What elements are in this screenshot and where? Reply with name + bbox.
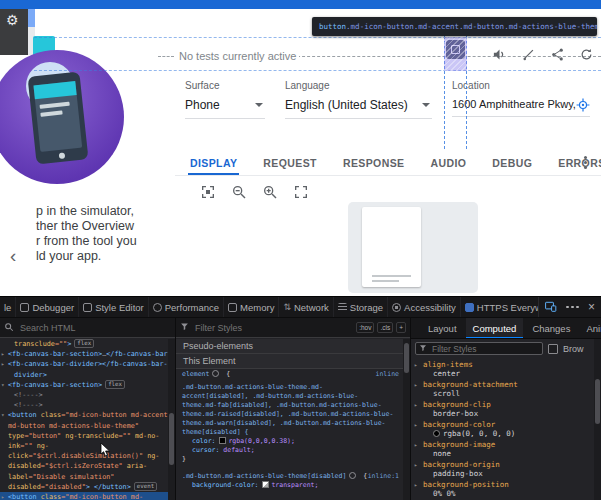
devtools-tab-debugger[interactable]: Debugger [16,297,79,317]
property-name[interactable]: cursor: [192,446,223,454]
sidebar-tab-layout[interactable]: Layout [421,318,464,338]
computed-property[interactable]: ▸background-colorrgba(0, 0, 0, 0) [411,420,594,440]
property-value[interactable]: transparent; [271,481,318,489]
expander-icon[interactable]: ▸ [1,492,5,500]
expander-icon[interactable]: ▾ [1,380,5,390]
devtools-tab-style-editor[interactable]: Style Editor [79,297,149,317]
volume-icon[interactable] [492,47,507,62]
selector[interactable]: accent[disabled], .md-button.md-actions-… [182,392,358,400]
markup-line[interactable]: disabled="disabled"> </button>event [0,482,168,492]
rule-source-link[interactable]: inline:1 [368,472,399,481]
badge-flex[interactable]: flex [74,339,94,348]
rules-toolbar--hov-button[interactable]: :hov [356,322,374,333]
expander-icon[interactable]: ▸ [414,421,418,430]
color-swatch[interactable] [433,430,440,437]
markup-line[interactable]: disabled="$ctrl.isZeroState" aria- [0,461,168,471]
selector[interactable]: theme.md-fab[disabled], .md-button.md-ac… [182,401,382,409]
markup-line[interactable]: transclude="">flex [0,339,168,349]
markup-line[interactable]: ▸<button class="md-icon-button md- [0,492,168,500]
markup-scrollbar-thumb[interactable] [169,413,174,465]
devtools-close-icon[interactable]: × [588,301,595,313]
computed-property[interactable]: ▸background-imagenone [411,440,594,460]
gear-icon[interactable]: ⚙ [6,12,19,28]
devtools-tab-accessibility[interactable]: Accessibility [388,297,461,317]
expander-icon[interactable]: ▸ [414,461,418,470]
property-value[interactable]: rgba(0,0,0,0.38); [228,437,295,445]
expander-icon[interactable]: ▸ [414,401,418,410]
fullscreen-icon[interactable] [293,184,309,204]
expander-icon[interactable]: ▸ [414,361,418,370]
back-chevron-icon[interactable]: ‹ [10,245,16,267]
markup-line[interactable]: label="Disable simulation" [0,472,168,482]
computed-scrollbar[interactable] [594,339,601,500]
responsive-design-mode-icon[interactable] [545,301,557,314]
selector[interactable]: theme.md-warn[disabled], .md-button.md-a… [182,419,386,427]
rules-toolbar---button[interactable]: + [396,322,406,333]
computed-property[interactable]: ▸background-clipborder-box [411,400,594,420]
rail-scrollbar-thumb[interactable] [28,9,35,27]
markup-scrollbar[interactable] [168,339,175,500]
sidebar-tab-changes[interactable]: Changes [525,318,577,338]
crop-free-icon[interactable] [200,184,216,204]
rule-source-link[interactable]: inline [376,370,399,379]
computed-filter-input[interactable] [430,343,539,355]
my-location-icon[interactable] [576,98,590,114]
sidebar-tab-computed[interactable]: Computed [466,318,524,338]
selector[interactable]: .md-button.md-actions-blue-theme[disable… [182,472,346,480]
surface-select[interactable]: Phone [185,98,265,119]
devtools-menu-icon[interactable] [571,306,574,309]
selector[interactable]: element [182,370,209,378]
markup-line[interactable]: ▸<fb-canvas-bar-divider></fb-canvas-bar- [0,359,168,369]
property-name[interactable]: color: [192,437,219,445]
location-input[interactable]: 1600 Amphitheatre Pkwy, [452,98,590,117]
highlight-target-icon[interactable] [349,472,356,479]
expander-icon[interactable]: ▸ [1,359,5,369]
tab-response[interactable]: RESPONSE [341,150,407,175]
zoom-in-icon[interactable] [262,184,278,204]
rules-toolbar--cls-button[interactable]: .cls [377,322,393,333]
markup-line[interactable]: <!----> [0,390,168,400]
computed-property[interactable]: ▸background-attachmentscroll [411,380,594,400]
markup-line[interactable]: ink="" ng- [0,441,168,451]
filter-styles-input[interactable] [193,322,352,334]
rules-header-pseudo-elements[interactable]: Pseudo-elements [176,339,410,354]
selector[interactable]: theme.md-raised[disabled], .md-button.md… [182,410,393,418]
markup-line[interactable]: <!----> [0,400,168,410]
markup-line[interactable]: ▾<fb-canvas-bar-section>flex [0,380,168,390]
markup-line[interactable]: ▾<button class="md-icon-button md-accent [0,410,168,420]
devtools-tab-https-everywhere[interactable]: HTTPS Everywhere [461,297,539,317]
tab-audio[interactable]: AUDIO [428,150,468,175]
more-options-icon[interactable] [584,161,587,164]
browser-styles-checkbox[interactable] [548,344,558,354]
highlight-target-icon[interactable] [212,370,219,377]
markup-line[interactable]: md-button md-actions-blue-theme" [0,421,168,431]
color-swatch[interactable] [262,481,269,488]
expander-icon[interactable]: ▸ [414,441,418,450]
markup-line[interactable]: click="$ctrl.disableSimulation()" ng- [0,451,168,461]
rules-scrollbar[interactable] [403,339,410,500]
markup-line[interactable]: ▸<fb-canvas-bar-section>…</fb-canvas-bar… [0,349,168,359]
badge-flex[interactable]: flex [105,380,125,389]
markup-line[interactable]: divider> [0,370,168,380]
computed-property[interactable]: ▸background-position0% 0% [411,480,594,500]
expander-icon[interactable]: ▾ [1,410,5,420]
property-value[interactable]: default; [223,446,254,454]
sidebar-tab-animations[interactable]: Animations [579,318,601,338]
devtools-tab-le[interactable]: le [0,297,16,317]
selector[interactable]: .md-button.md-actions-blue-theme.md- [182,383,323,391]
expander-icon[interactable]: ▸ [414,481,418,490]
devtools-tab-performance[interactable]: Performance [149,297,224,317]
share-icon[interactable] [550,47,565,62]
selector[interactable]: theme[disabled] { [182,428,249,436]
computed-property[interactable]: ▸background-originpadding-box [411,460,594,480]
rules-scrollbar-thumb[interactable] [404,343,409,373]
computed-property[interactable]: ▸align-itemscenter [411,360,594,380]
slash-icon[interactable] [521,47,536,62]
devtools-tab-network[interactable]: ⇅Network [279,297,333,317]
tab-errors[interactable]: ERRORS [556,150,601,175]
tab-display[interactable]: DISPLAY [188,150,239,175]
tab-request[interactable]: REQUEST [261,150,319,175]
property-name[interactable]: background-color: [192,481,262,489]
search-html-input[interactable] [18,322,171,334]
computed-scrollbar-thumb[interactable] [595,379,600,424]
